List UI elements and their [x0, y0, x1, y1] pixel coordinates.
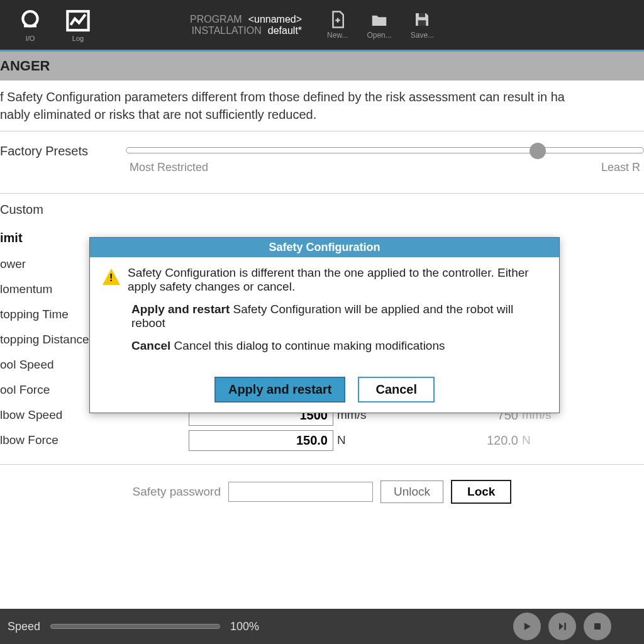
play-button[interactable] — [513, 613, 541, 640]
svg-rect-2 — [419, 13, 425, 17]
new-button[interactable]: New... — [327, 10, 348, 40]
dialog-message: Safety Configuration is different than t… — [128, 266, 547, 294]
save-icon — [413, 10, 431, 29]
program-info: PROGRAM<unnamed> INSTALLATIONdefault* — [190, 14, 302, 36]
limit-name: lbow Force — [0, 433, 189, 447]
svg-rect-3 — [418, 20, 426, 26]
io-icon — [18, 8, 43, 33]
safety-password-input[interactable] — [228, 482, 373, 502]
svg-point-0 — [23, 11, 37, 26]
apply-restart-button[interactable]: Apply and restart — [214, 377, 345, 402]
danger-heading: ANGER — [0, 52, 644, 80]
lock-row: Safety password Unlock Lock — [0, 464, 644, 519]
slider-max-label: Least R — [601, 161, 640, 174]
slider-thumb[interactable] — [530, 143, 546, 159]
installation-name: default* — [268, 25, 302, 36]
limit-unit-reduced: N — [522, 433, 560, 447]
dialog-title: Safety Configuration — [90, 238, 559, 257]
unlock-button[interactable]: Unlock — [380, 480, 443, 503]
limit-value-reduced: 120.0 — [377, 433, 522, 448]
presets-slider[interactable] — [126, 147, 644, 153]
bottom-bar: Speed 100% — [0, 609, 644, 644]
svg-rect-4 — [594, 623, 601, 630]
custom-label: Custom — [0, 193, 644, 226]
step-button[interactable] — [548, 613, 576, 640]
log-icon — [65, 8, 91, 33]
open-button[interactable]: Open... — [367, 10, 391, 40]
slider-min-label: Most Restricted — [130, 161, 208, 174]
log-tab[interactable]: Log — [65, 8, 91, 42]
limit-unit: N — [333, 433, 377, 447]
speed-value: 100% — [230, 620, 259, 633]
top-toolbar: I/O Log PROGRAM<unnamed> INSTALLATIONdef… — [0, 0, 644, 52]
limit-row: lbow ForceN120.0N — [0, 428, 644, 453]
cancel-button[interactable]: Cancel — [358, 377, 435, 402]
folder-open-icon — [370, 10, 389, 29]
speed-slider[interactable] — [50, 624, 220, 629]
save-button[interactable]: Save... — [411, 10, 434, 40]
warning-icon — [103, 269, 120, 285]
stop-button[interactable] — [584, 613, 611, 640]
file-new-icon — [328, 10, 347, 29]
safety-config-dialog: Safety Configuration Safety Configuratio… — [89, 237, 560, 413]
io-tab[interactable]: I/O — [18, 8, 43, 42]
factory-presets-row: Factory Presets Most Restricted Least R — [0, 131, 644, 193]
program-name: <unnamed> — [248, 14, 302, 25]
speed-label: Speed — [8, 620, 40, 633]
lock-button[interactable]: Lock — [451, 480, 511, 504]
limit-value-normal[interactable] — [189, 430, 333, 451]
safety-password-label: Safety password — [133, 485, 221, 499]
danger-text: f Safety Configuration parameters differ… — [0, 80, 644, 131]
presets-label: Factory Presets — [0, 144, 126, 158]
